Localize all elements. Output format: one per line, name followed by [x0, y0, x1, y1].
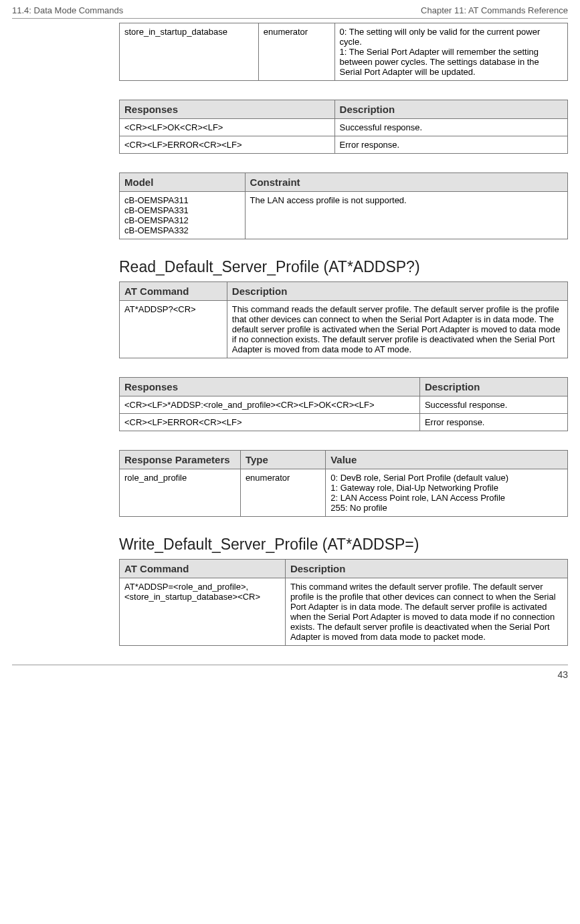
table-row: AT*ADDSP?<CR> This command reads the def…: [120, 301, 568, 358]
table-row: role_and_profile enumerator 0: DevB role…: [120, 469, 568, 517]
cell: <CR><LF>ERROR<CR><LF>: [120, 414, 420, 431]
table-header-row: AT Command Description: [120, 560, 568, 578]
cell: This command writes the default server p…: [285, 578, 567, 646]
cell: Error response.: [419, 414, 567, 431]
table-row: store_in_startup_database enumerator 0: …: [120, 23, 568, 81]
page-header: 11.4: Data Mode Commands Chapter 11: AT …: [12, 0, 568, 19]
table-header-row: Responses Description: [120, 378, 568, 396]
cell: 0: DevB role, Serial Port Profile (defau…: [326, 469, 568, 517]
cell: Successful response.: [334, 119, 567, 136]
col-header: Response Parameters: [120, 451, 241, 469]
table-row: <CR><LF>ERROR<CR><LF> Error response.: [120, 414, 568, 431]
table-row: AT*ADDSP=<role_and_profile>, <store_in_s…: [120, 578, 568, 646]
col-header: AT Command: [120, 560, 286, 578]
col-header: Responses: [120, 100, 335, 119]
cell: AT*ADDSP=<role_and_profile>, <store_in_s…: [120, 578, 286, 646]
at-command-table-write: AT Command Description AT*ADDSP=<role_an…: [119, 559, 568, 646]
cell: enumerator: [240, 469, 325, 517]
col-header: Type: [240, 451, 325, 469]
model-constraint-table: Model Constraint cB-OEMSPA311 cB-OEMSPA3…: [119, 172, 568, 239]
table-row: <CR><LF>*ADDSP:<role_and_profile><CR><LF…: [120, 396, 568, 414]
responses-table-2: Responses Description <CR><LF>*ADDSP:<ro…: [119, 377, 568, 431]
table-row: cB-OEMSPA311 cB-OEMSPA331 cB-OEMSPA312 c…: [120, 192, 568, 239]
response-params-table: Response Parameters Type Value role_and_…: [119, 450, 568, 517]
col-header: Description: [285, 560, 567, 578]
cell: The LAN access profile is not supported.: [245, 192, 567, 239]
table-header-row: Response Parameters Type Value: [120, 451, 568, 469]
table-header-row: AT Command Description: [120, 282, 568, 301]
col-header: Responses: [120, 378, 420, 396]
cell: Successful response.: [419, 396, 567, 414]
cell: This command reads the default server pr…: [227, 301, 567, 358]
cell: role_and_profile: [120, 469, 241, 517]
col-header: Value: [326, 451, 568, 469]
table-row: <CR><LF>OK<CR><LF> Successful response.: [120, 119, 568, 136]
section-title-read: Read_Default_Server_Profile (AT*ADDSP?): [119, 258, 568, 276]
cell: AT*ADDSP?<CR>: [120, 301, 227, 358]
col-header: Description: [227, 282, 567, 301]
cell: enumerator: [258, 23, 334, 81]
table-row: <CR><LF>ERROR<CR><LF> Error response.: [120, 136, 568, 154]
cell: store_in_startup_database: [120, 23, 259, 81]
param-table-store: store_in_startup_database enumerator 0: …: [119, 23, 568, 81]
table-header-row: Model Constraint: [120, 173, 568, 192]
header-right: Chapter 11: AT Commands Reference: [421, 5, 568, 15]
cell: 0: The setting will only be valid for th…: [334, 23, 567, 81]
section-title-write: Write_Default_Server_Profile (AT*ADDSP=): [119, 536, 568, 554]
col-header: Description: [419, 378, 567, 396]
cell: <CR><LF>OK<CR><LF>: [120, 119, 335, 136]
cell: <CR><LF>ERROR<CR><LF>: [120, 136, 335, 154]
cell: cB-OEMSPA311 cB-OEMSPA331 cB-OEMSPA312 c…: [120, 192, 246, 239]
responses-table-1: Responses Description <CR><LF>OK<CR><LF>…: [119, 100, 568, 154]
page-number: 43: [557, 669, 568, 680]
page-footer: 43: [12, 665, 568, 687]
col-header: Constraint: [245, 173, 567, 192]
col-header: Model: [120, 173, 246, 192]
cell: Error response.: [334, 136, 567, 154]
at-command-table-read: AT Command Description AT*ADDSP?<CR> Thi…: [119, 281, 568, 358]
cell: <CR><LF>*ADDSP:<role_and_profile><CR><LF…: [120, 396, 420, 414]
col-header: AT Command: [120, 282, 227, 301]
header-left: 11.4: Data Mode Commands: [12, 5, 123, 15]
table-header-row: Responses Description: [120, 100, 568, 119]
col-header: Description: [334, 100, 567, 119]
